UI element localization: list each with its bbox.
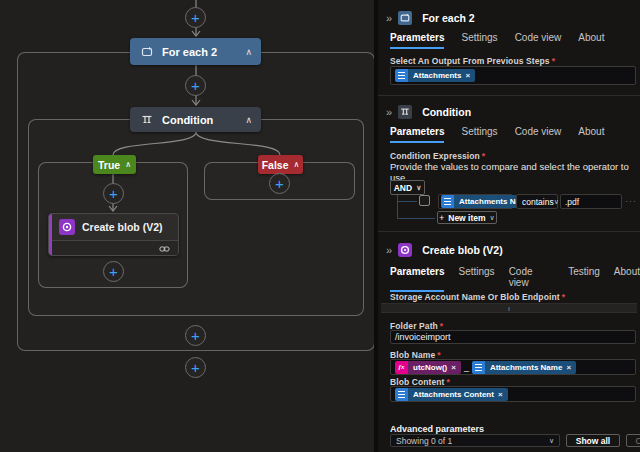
panel-section-title: Condition: [422, 106, 471, 118]
flow-canvas[interactable]: + + + + + + + For each 2 ∧ Condition ∧ T…: [0, 0, 374, 452]
loop-icon: [139, 44, 154, 59]
azure-blob-storage-icon: [398, 243, 412, 257]
dynamic-content-icon: [395, 388, 408, 401]
condition-row-checkbox[interactable]: [419, 195, 430, 206]
foreach-panel-header[interactable]: » For each 2: [378, 4, 640, 32]
chevron-down-icon: ∨: [416, 184, 421, 192]
collapse-chevron-icon[interactable]: ∧: [239, 47, 261, 57]
clear-all-button[interactable]: Clear all: [626, 434, 640, 447]
tab-about[interactable]: About: [578, 126, 604, 143]
foreach-output-input[interactable]: Attachments×: [390, 66, 636, 85]
dynamic-content-icon: [441, 195, 454, 208]
chevron-down-icon: ∨: [554, 198, 559, 206]
tab-parameters[interactable]: Parameters: [390, 266, 444, 292]
properties-panel: » For each 2 Parameters Settings Code vi…: [378, 0, 640, 452]
loop-icon: [398, 11, 412, 25]
tab-settings[interactable]: Settings: [461, 126, 497, 143]
collapse-chevron-icon[interactable]: ∧: [125, 160, 131, 169]
true-branch-label: True: [98, 159, 120, 171]
fx-icon: fx: [395, 361, 408, 374]
tree-line: [397, 195, 398, 219]
condition-tabs: Parameters Settings Code view About: [390, 126, 604, 143]
insert-step-button[interactable]: +: [103, 183, 124, 204]
insert-step-button[interactable]: +: [103, 261, 124, 282]
azure-blob-storage-icon: [59, 219, 75, 235]
condition-icon: [398, 105, 412, 119]
token-remove-icon[interactable]: ×: [465, 71, 470, 80]
tab-about[interactable]: About: [578, 32, 604, 49]
token-remove-icon[interactable]: ×: [566, 363, 571, 372]
tree-line: [397, 218, 435, 219]
insert-step-button[interactable]: +: [185, 357, 206, 378]
required-asterisk: *: [562, 292, 565, 302]
dynamic-content-icon: [472, 361, 485, 374]
foreach-tabs: Parameters Settings Code view About: [390, 32, 604, 49]
create-blob-node[interactable]: Create blob (V2): [48, 213, 179, 256]
comparison-value-input[interactable]: .pdf: [560, 194, 622, 209]
tab-code-view[interactable]: Code view: [515, 32, 562, 49]
collapse-chevron-icon[interactable]: ∧: [239, 115, 261, 125]
true-branch-badge[interactable]: True ∧: [93, 155, 136, 174]
false-branch-label: False: [262, 159, 289, 171]
tab-about[interactable]: About: [614, 266, 640, 292]
plus-icon: +: [439, 213, 444, 223]
collapse-chevron-icon[interactable]: ∧: [294, 160, 300, 169]
storage-account-label: Storage Account Name Or Blob Endpoint*: [390, 292, 565, 302]
storage-account-input[interactable]: ı: [381, 303, 637, 313]
condition-panel-header[interactable]: » Condition: [378, 98, 640, 126]
token-remove-icon[interactable]: ×: [451, 363, 456, 372]
attachments-token[interactable]: Attachments×: [395, 69, 475, 82]
folder-path-input[interactable]: /invoiceimport: [390, 330, 636, 344]
create-blob-node-label: Create blob (V2): [82, 221, 163, 233]
comparator-select[interactable]: contains∨: [516, 194, 558, 209]
new-item-button[interactable]: + New item ∨: [437, 211, 497, 224]
insert-step-button[interactable]: +: [269, 173, 290, 194]
selection-stripe: [49, 214, 52, 255]
tree-line: [397, 201, 417, 202]
blob-name-input[interactable]: fx utcNow()× _ Attachments Name×: [390, 359, 636, 375]
show-all-button[interactable]: Show all: [566, 434, 620, 447]
condition-node-label: Condition: [162, 114, 239, 126]
section-divider: [378, 95, 640, 96]
tab-settings[interactable]: Settings: [458, 266, 494, 292]
condition-operand-input[interactable]: Attachments Name×: [438, 194, 513, 209]
required-asterisk: *: [482, 151, 485, 161]
panel-section-title: For each 2: [422, 12, 475, 24]
create-blob-tabs: Parameters Settings Code view Testing Ab…: [390, 266, 640, 292]
collapse-panel-icon[interactable]: »: [386, 12, 392, 24]
false-branch-badge[interactable]: False ∧: [258, 155, 303, 174]
row-menu-icon[interactable]: ···: [625, 196, 637, 206]
condition-expression-label: Condition Expression*: [390, 151, 485, 161]
insert-step-button[interactable]: +: [185, 75, 206, 96]
create-blob-panel-header[interactable]: » Create blob (V2): [378, 236, 640, 264]
foreach-node-label: For each 2: [162, 46, 239, 58]
advanced-parameters-dropdown[interactable]: Showing 0 of 1∨: [390, 434, 560, 447]
foreach-node[interactable]: For each 2 ∧: [130, 38, 261, 65]
expression-token[interactable]: fx utcNow()×: [395, 361, 461, 374]
blob-content-input[interactable]: Attachments Content×: [390, 386, 636, 402]
attachments-name-token[interactable]: Attachments Name×: [472, 361, 576, 374]
connection-icon: [159, 239, 170, 256]
tab-settings[interactable]: Settings: [461, 32, 497, 49]
condition-description: Provide the values to compare and select…: [390, 161, 640, 183]
advanced-parameters-label: Advanced parameters: [390, 424, 484, 434]
text-cursor: ı: [508, 305, 510, 312]
tab-parameters[interactable]: Parameters: [390, 32, 444, 49]
tab-code-view[interactable]: Code view: [509, 266, 555, 292]
condition-node[interactable]: Condition ∧: [130, 107, 261, 132]
literal-text: _: [464, 362, 469, 372]
tab-parameters[interactable]: Parameters: [390, 126, 444, 143]
section-divider: [378, 231, 640, 232]
tab-testing[interactable]: Testing: [568, 266, 600, 292]
collapse-panel-icon[interactable]: »: [386, 244, 392, 256]
attachments-content-token[interactable]: Attachments Content×: [395, 388, 508, 401]
required-asterisk: *: [552, 56, 555, 66]
tab-code-view[interactable]: Code view: [515, 126, 562, 143]
field-label: Select An Output From Previous Steps*: [390, 56, 555, 66]
token-remove-icon[interactable]: ×: [498, 390, 503, 399]
insert-step-button[interactable]: +: [185, 325, 206, 346]
insert-step-button[interactable]: +: [185, 7, 206, 28]
collapse-panel-icon[interactable]: »: [386, 106, 392, 118]
group-operator-dropdown[interactable]: AND∨: [390, 180, 425, 195]
condition-icon: [139, 112, 154, 127]
